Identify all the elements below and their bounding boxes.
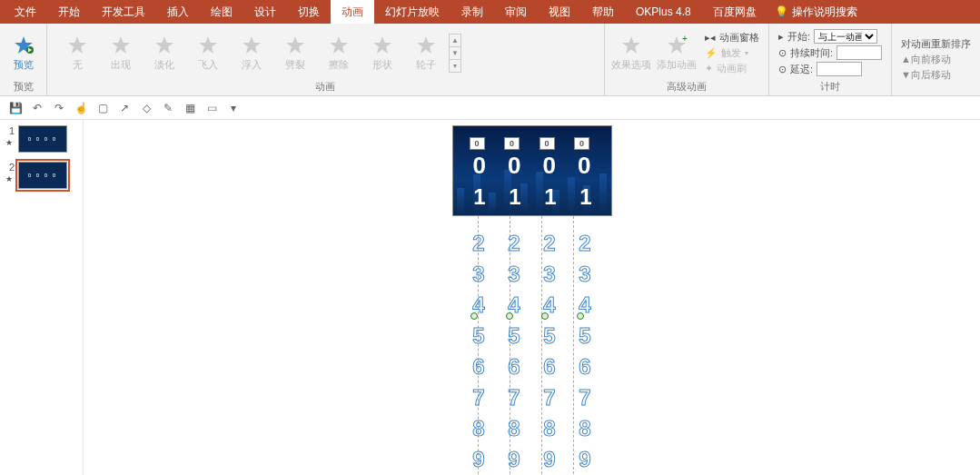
digit-row-8[interactable]: 8888 [452, 416, 612, 441]
gallery-scroll[interactable]: ▲▼▾ [449, 34, 461, 73]
menu-tab-动画[interactable]: 动画 [331, 0, 374, 24]
digit-4-1[interactable]: 4 [508, 292, 520, 318]
animation-轮子[interactable]: 轮子 [405, 35, 447, 72]
animation-tag[interactable]: 0 [539, 137, 555, 150]
digit-row-5[interactable]: 5555 [452, 323, 612, 349]
animation-无[interactable]: 无 [56, 35, 98, 72]
animation-tag[interactable]: 0 [574, 137, 589, 150]
digit-1-3[interactable]: 1 [579, 184, 591, 210]
digit-6-2[interactable]: 6 [543, 354, 555, 380]
animation-pane-button[interactable]: ▸◂动画窗格 [705, 31, 759, 45]
digit-row-3[interactable]: 3333 [452, 262, 612, 287]
animation-劈裂[interactable]: 劈裂 [274, 35, 316, 72]
background-image[interactable]: 00000000 1111 [452, 125, 612, 216]
animation-擦除[interactable]: 擦除 [318, 35, 360, 72]
menu-tab-帮助[interactable]: 帮助 [581, 0, 625, 24]
digit-9-2[interactable]: 9 [543, 447, 555, 472]
effect-options-button[interactable]: 效果选项 [610, 35, 652, 72]
animation-tag[interactable]: 0 [470, 137, 485, 150]
menu-tab-审阅[interactable]: 审阅 [494, 0, 538, 24]
slide-thumbnail-1[interactable]: 0 0 0 0 [18, 125, 67, 153]
digit-6-0[interactable]: 6 [472, 354, 484, 380]
menu-tab-切换[interactable]: 切换 [287, 0, 331, 24]
digit-8-3[interactable]: 8 [579, 416, 590, 441]
digit-6-1[interactable]: 6 [508, 354, 520, 380]
animation-浮入[interactable]: 浮入 [231, 35, 272, 72]
digit-6-3[interactable]: 6 [579, 354, 590, 380]
menu-tab-幻灯片放映[interactable]: 幻灯片放映 [374, 0, 450, 24]
digit-7-1[interactable]: 7 [508, 385, 520, 411]
slide-object[interactable]: 00000000 1111 22223333444455556666777788… [452, 125, 612, 475]
menu-tab-百度网盘[interactable]: 百度网盘 [702, 0, 767, 24]
digit-4-3[interactable]: 4 [579, 292, 590, 318]
menu-tab-录制[interactable]: 录制 [450, 0, 494, 24]
menu-tab-OKPlus 4.8[interactable]: OKPlus 4.8 [625, 0, 702, 24]
digit-row-1[interactable]: 1111 [453, 184, 612, 210]
digit-row-4[interactable]: 4444 [452, 292, 612, 318]
digit-5-3[interactable]: 5 [579, 323, 590, 349]
trigger-button[interactable]: ⚡触发▾ [705, 46, 759, 60]
start-select[interactable]: 与上一动画... [814, 29, 877, 44]
animation-tag[interactable]: 0 [504, 137, 520, 150]
menu-tab-视图[interactable]: 视图 [538, 0, 581, 24]
animation-形状[interactable]: 形状 [361, 35, 403, 72]
menu-tab-开始[interactable]: 开始 [47, 0, 91, 24]
animation-淡化[interactable]: 淡化 [144, 35, 185, 72]
digit-4-2[interactable]: 4 [543, 292, 555, 318]
slide-canvas[interactable]: 00000000 1111 22223333444455556666777788… [84, 120, 980, 475]
digit-2-1[interactable]: 2 [508, 231, 520, 256]
qat-shape-icon[interactable]: ◇ [138, 100, 154, 116]
qat-ink-icon[interactable]: ✎ [160, 100, 176, 116]
digit-9-1[interactable]: 9 [508, 447, 520, 472]
motion-anchor-icon[interactable] [506, 312, 513, 320]
motion-anchor-icon[interactable] [577, 312, 584, 320]
digit-3-3[interactable]: 3 [579, 262, 590, 287]
digit-row-6[interactable]: 6666 [452, 354, 612, 380]
menu-tab-绘图[interactable]: 绘图 [200, 0, 243, 24]
animation-飞入[interactable]: 飞入 [187, 35, 229, 72]
digit-top-0[interactable]: 00 [473, 152, 486, 180]
qat-redo-icon[interactable]: ↷ [51, 100, 67, 116]
menu-tab-开发工具[interactable]: 开发工具 [91, 0, 156, 24]
digit-9-3[interactable]: 9 [579, 447, 590, 472]
move-earlier-button[interactable]: ▲向前移动 [901, 53, 971, 66]
digit-row-7[interactable]: 7777 [452, 385, 612, 411]
digit-9-0[interactable]: 9 [472, 447, 484, 472]
slide-thumbnail-2[interactable]: 0 0 0 0 [18, 162, 67, 189]
digit-top-3[interactable]: 00 [578, 152, 590, 180]
digit-4-0[interactable]: 4 [472, 292, 484, 318]
qat-touch-icon[interactable]: ☝ [73, 100, 89, 116]
digit-top-1[interactable]: 00 [508, 152, 520, 180]
digit-3-1[interactable]: 3 [508, 262, 520, 287]
qat-table-icon[interactable]: ▦ [182, 100, 198, 116]
delay-input[interactable] [817, 62, 862, 76]
digit-1-2[interactable]: 1 [544, 184, 556, 210]
preview-button[interactable]: 预览 [5, 35, 41, 72]
digit-3-0[interactable]: 3 [472, 262, 484, 287]
qat-save-icon[interactable]: 💾 [7, 100, 24, 116]
menu-tab-文件[interactable]: 文件 [4, 0, 47, 24]
animation-painter-button[interactable]: ✦动画刷 [705, 62, 759, 75]
digit-7-3[interactable]: 7 [579, 385, 590, 411]
digit-5-0[interactable]: 5 [472, 323, 484, 349]
digit-row-9[interactable]: 9999 [452, 447, 612, 472]
digit-2-2[interactable]: 2 [543, 231, 555, 256]
digit-2-3[interactable]: 2 [579, 231, 590, 256]
digit-8-1[interactable]: 8 [508, 416, 520, 441]
qat-arrow-icon[interactable]: ↗ [116, 100, 133, 116]
digit-7-0[interactable]: 7 [472, 385, 484, 411]
digit-1-0[interactable]: 1 [473, 184, 485, 210]
menu-tab-插入[interactable]: 插入 [156, 0, 200, 24]
duration-input[interactable] [836, 45, 882, 60]
menu-tab-设计[interactable]: 设计 [243, 0, 287, 24]
digit-2-0[interactable]: 2 [472, 231, 484, 256]
digit-5-1[interactable]: 5 [508, 323, 520, 349]
motion-anchor-icon[interactable] [541, 312, 549, 320]
digit-5-2[interactable]: 5 [543, 323, 555, 349]
tell-me-search[interactable]: 💡操作说明搜索 [775, 5, 857, 20]
digit-1-1[interactable]: 1 [509, 184, 520, 210]
digit-7-2[interactable]: 7 [543, 385, 555, 411]
digit-8-0[interactable]: 8 [472, 416, 484, 441]
digit-3-2[interactable]: 3 [543, 262, 555, 287]
digit-top-2[interactable]: 00 [543, 152, 556, 180]
